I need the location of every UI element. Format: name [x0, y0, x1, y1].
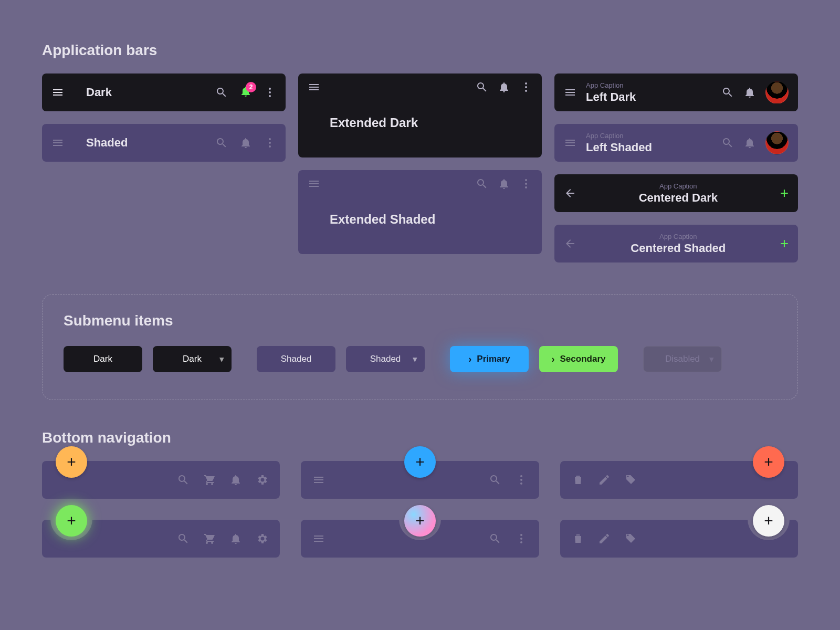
appbar-dark: Dark 2	[42, 74, 286, 111]
fab-add[interactable]: +	[56, 505, 87, 537]
notification-badge: 2	[246, 82, 256, 92]
bottomnav-center-fab-blue: +	[301, 461, 539, 499]
fab-add[interactable]: +	[56, 446, 87, 478]
appbar-caption: App Caption	[586, 132, 712, 140]
bottomnav-grid: + + + +	[42, 461, 798, 558]
more-vert-icon[interactable]	[515, 474, 528, 486]
search-icon[interactable]	[489, 474, 501, 486]
trash-icon[interactable]	[572, 474, 584, 486]
section-title-bottomnav: Bottom navigation	[42, 429, 798, 446]
appbar-title: Centered Shaded	[631, 242, 726, 255]
appbar-title: Left Dark	[586, 90, 712, 104]
fab-add[interactable]: +	[404, 505, 436, 537]
more-vert-icon[interactable]	[264, 136, 276, 149]
appbar-caption: App Caption	[659, 182, 697, 190]
menu-icon[interactable]	[308, 81, 320, 93]
more-vert-icon[interactable]	[264, 86, 276, 99]
chevron-right-icon: ›	[552, 354, 555, 365]
gear-icon[interactable]	[256, 474, 268, 486]
menu-icon[interactable]	[308, 177, 320, 190]
menu-icon[interactable]	[51, 86, 64, 99]
bell-icon[interactable]	[239, 136, 252, 149]
tag-icon[interactable]	[624, 532, 637, 545]
menu-icon[interactable]	[564, 86, 576, 99]
fab-add[interactable]: +	[753, 505, 784, 537]
menu-icon[interactable]	[312, 474, 325, 486]
add-icon[interactable]: +	[780, 185, 789, 202]
appbar-title: Centered Dark	[639, 191, 718, 205]
more-vert-icon[interactable]	[515, 532, 528, 545]
appbar-title: Extended Shaded	[298, 207, 542, 238]
appbar-extended-dark: Extended Dark	[298, 74, 542, 158]
arrow-back-icon[interactable]	[564, 187, 576, 200]
caret-down-icon: ▾	[413, 354, 417, 365]
search-icon[interactable]	[177, 474, 190, 486]
bell-icon[interactable]	[498, 81, 510, 93]
search-icon[interactable]	[489, 532, 501, 545]
search-icon[interactable]	[177, 532, 190, 545]
arrow-back-icon[interactable]	[564, 237, 576, 250]
search-icon[interactable]	[215, 136, 228, 149]
bottomnav-notch-left-green: +	[42, 520, 280, 558]
cart-icon[interactable]	[203, 532, 216, 545]
appbar-centered-dark: App Caption Centered Dark +	[554, 174, 798, 212]
bell-icon[interactable]	[743, 86, 756, 99]
trash-icon[interactable]	[572, 532, 584, 545]
appbar-left-shaded: App Caption Left Shaded	[554, 124, 798, 162]
search-icon[interactable]	[721, 136, 734, 149]
bell-icon[interactable]	[229, 532, 242, 545]
section-title-submenu: Submenu items	[64, 312, 776, 329]
appbar-centered-shaded: App Caption Centered Shaded +	[554, 225, 798, 262]
add-icon[interactable]: +	[780, 235, 789, 252]
bottomnav-notch-right-white: +	[560, 520, 798, 558]
bell-icon[interactable]	[498, 177, 510, 190]
pencil-icon[interactable]	[598, 532, 611, 545]
appbars-grid: Dark 2 Shaded	[42, 74, 798, 262]
submenu-primary[interactable]: ›Primary	[450, 346, 529, 372]
tag-icon[interactable]	[624, 474, 637, 486]
section-title-appbars: Application bars	[42, 42, 798, 59]
search-icon[interactable]	[476, 177, 488, 190]
submenu-shaded[interactable]: Shaded	[257, 346, 335, 372]
submenu-secondary[interactable]: ›Secondary	[539, 346, 618, 372]
bell-icon[interactable]	[229, 474, 242, 486]
fab-add[interactable]: +	[404, 446, 436, 478]
more-vert-icon[interactable]	[520, 177, 532, 190]
appbar-title: Dark	[74, 86, 206, 99]
bell-icon[interactable]	[743, 136, 756, 149]
appbar-caption: App Caption	[586, 81, 712, 89]
menu-icon[interactable]	[564, 136, 576, 149]
gear-icon[interactable]	[256, 532, 268, 545]
search-icon[interactable]	[215, 86, 228, 99]
bottomnav-left-fab-orange: +	[42, 461, 280, 499]
chevron-right-icon: ›	[468, 354, 471, 365]
avatar[interactable]	[765, 81, 789, 104]
submenu-dark[interactable]: Dark	[64, 346, 142, 372]
appbar-extended-shaded: Extended Shaded	[298, 170, 542, 254]
submenu-container: Submenu items Dark Dark▾ Shaded Shaded▾ …	[42, 294, 798, 400]
fab-add[interactable]: +	[753, 446, 784, 478]
bottomnav-notch-center-gradient: +	[301, 520, 539, 558]
appbar-title: Extended Dark	[298, 110, 542, 142]
menu-icon[interactable]	[51, 136, 64, 149]
search-icon[interactable]	[476, 81, 488, 93]
submenu-disabled: Disabled▾	[643, 346, 722, 372]
appbar-caption: App Caption	[659, 233, 697, 240]
avatar[interactable]	[765, 131, 789, 154]
menu-icon[interactable]	[312, 532, 325, 545]
submenu-shaded-dropdown[interactable]: Shaded▾	[346, 346, 425, 372]
appbar-title: Left Shaded	[586, 141, 712, 154]
bottomnav-right-fab-red: +	[560, 461, 798, 499]
appbar-shaded: Shaded	[42, 124, 286, 162]
caret-down-icon: ▾	[219, 354, 224, 365]
appbar-left-dark: App Caption Left Dark	[554, 74, 798, 111]
more-vert-icon[interactable]	[520, 81, 532, 93]
pencil-icon[interactable]	[598, 474, 611, 486]
search-icon[interactable]	[721, 86, 734, 99]
submenu-dark-dropdown[interactable]: Dark▾	[153, 346, 232, 372]
cart-icon[interactable]	[203, 474, 216, 486]
caret-down-icon: ▾	[709, 354, 714, 365]
appbar-title: Shaded	[74, 136, 206, 150]
